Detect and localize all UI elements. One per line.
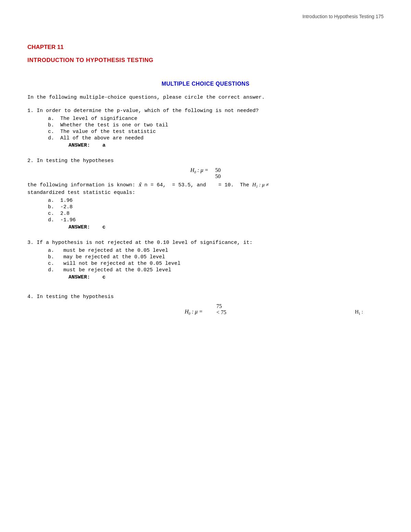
q1-choice-a: a. The level of significance: [48, 116, 384, 122]
q2-answer: ANSWER: c: [68, 224, 384, 230]
q3-choice-b: b. may be rejected at the 0.05 level: [48, 254, 384, 260]
q4-h1-label: H1 :: [355, 309, 363, 316]
page-header: Introduction to Hypothesis Testing 175: [27, 14, 384, 23]
chapter-title: CHAPTER 11: [27, 44, 384, 51]
q2-info: the following information is known: x̄ n…: [27, 182, 384, 188]
q2-h0-row: H0 : μ = 50 50: [27, 167, 384, 180]
q2-choices: a. 1.96 b. -2.8 c. 2.8 d. -1.96 ANSWER: …: [48, 198, 384, 230]
q1-choice-d: d. All of the above are needed: [48, 135, 384, 141]
q3-choice-d: d. must be rejected at the 0.025 level: [48, 267, 384, 273]
q2-info-values: n = 64, = 53.5, and = 10. The: [141, 182, 252, 188]
question-1: 1. In order to determine the p-value, wh…: [27, 108, 384, 148]
page: Introduction to Hypothesis Testing 175 C…: [0, 0, 411, 532]
q4-values: 75 < 75: [210, 303, 226, 316]
q2-info-text: the following information is known:: [27, 182, 138, 188]
q2-standardized: standardized test statistic equals:: [27, 190, 384, 196]
q3-choice-c: c. will not be rejected at the 0.05 leve…: [48, 261, 384, 267]
q1-choice-b: b. Whether the test is one or two tail: [48, 122, 384, 128]
question-3: 3. If a hypothesis is not rejected at th…: [27, 240, 384, 280]
q2-x-bar: x̄: [138, 182, 141, 188]
mcq-title: MULTIPLE CHOICE QUESTIONS: [27, 81, 384, 87]
q1-choice-c: c. The value of the test statistic: [48, 129, 384, 135]
q2-choice-d: d. -1.96: [48, 217, 384, 223]
q3-answer: ANSWER: c: [68, 274, 384, 280]
q1-answer: ANSWER: a: [68, 143, 384, 148]
intro-text: In the following multiple-choice questio…: [27, 95, 384, 100]
q1-choices: a. The level of significance b. Whether …: [48, 116, 384, 148]
header-text: Introduction to Hypothesis Testing 175: [302, 14, 384, 19]
q2-h0-label: H0 : μ =: [190, 167, 209, 174]
q2-choice-c: c. 2.8: [48, 211, 384, 216]
q4-h0-row: H0 : μ = 75 < 75 H1 :: [27, 303, 384, 316]
q2-text: 2. In testing the hypotheses: [27, 158, 384, 164]
q3-text: 3. If a hypothesis is not rejected at th…: [27, 240, 384, 246]
q4-text: 4. In testing the hypothesis: [27, 294, 384, 300]
q4-hypothesis: H0 : μ = 75 < 75 H1 :: [27, 303, 384, 316]
q3-choices: a. must be rejected at the 0.05 level b.…: [48, 248, 384, 280]
question-2: 2. In testing the hypotheses H0 : μ = 50…: [27, 158, 384, 230]
q1-text: 1. In order to determine the p-value, wh…: [27, 108, 384, 114]
q2-h0-value: 50 50: [215, 167, 221, 180]
q2-hypothesis: H0 : μ = 50 50: [27, 167, 384, 180]
q2-choice-a: a. 1.96: [48, 198, 384, 203]
q4-h0-label: H0 : μ =: [185, 309, 203, 316]
question-4: 4. In testing the hypothesis H0 : μ = 75…: [27, 294, 384, 316]
section-title: INTRODUCTION TO HYPOTHESIS TESTING: [27, 57, 384, 64]
q2-h1-label: H1 : μ ≠: [252, 182, 269, 188]
q2-choice-b: b. -2.8: [48, 204, 384, 210]
q3-choice-a: a. must be rejected at the 0.05 level: [48, 248, 384, 253]
